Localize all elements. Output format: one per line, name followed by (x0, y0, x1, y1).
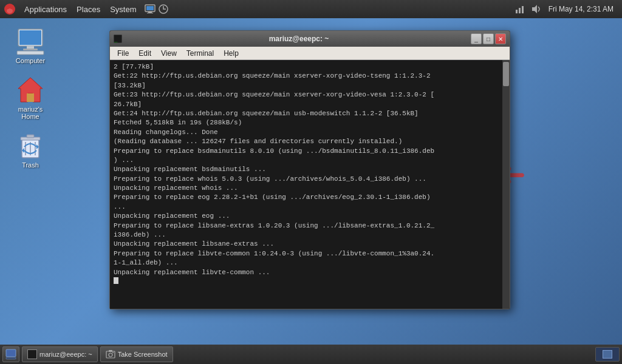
svg-point-1 (7, 8, 13, 13)
svg-rect-18 (17, 51, 44, 55)
terminal-window: _ mariuz@eeepc: ~ _ □ ✕ File Edit View T… (109, 30, 510, 309)
svg-rect-11 (519, 8, 521, 13)
svg-rect-24 (27, 135, 34, 138)
terminal-menubar: File Edit View Terminal Help (110, 47, 510, 60)
computer-icon[interactable]: Computer (6, 24, 55, 67)
svg-rect-6 (146, 6, 154, 10)
terminal-scrollbar[interactable] (502, 60, 510, 309)
network-icon (513, 2, 527, 16)
workspace-pager[interactable] (595, 347, 620, 362)
svg-rect-10 (516, 10, 518, 13)
trash-icon-img (16, 131, 45, 160)
terminal-text: 2 [77.7kB] Get:22 http://ftp.us.debian.o… (114, 62, 506, 277)
svg-marker-13 (532, 5, 537, 13)
panel-left: Applications Places System (0, 0, 513, 18)
panel-icon-1[interactable] (143, 2, 157, 16)
svg-rect-12 (522, 6, 524, 13)
workspace-1[interactable] (603, 350, 612, 359)
trash-icon[interactable]: Trash (6, 129, 55, 171)
places-menu[interactable]: Places (72, 0, 105, 18)
taskbar-terminal-button[interactable]: mariuz@eeepc: ~ (22, 346, 98, 362)
scrollbar-thumb[interactable] (503, 62, 509, 86)
svg-rect-8 (147, 13, 153, 13)
taskbar-right (595, 347, 620, 362)
computer-icon-img (16, 27, 45, 56)
terminal-cursor (114, 277, 118, 284)
svg-rect-32 (6, 349, 16, 357)
screenshot-label: Take Screenshot (118, 351, 168, 358)
top-panel: Applications Places System (0, 0, 622, 18)
svg-point-4 (9, 5, 11, 7)
view-menu[interactable]: View (156, 47, 182, 60)
maximize-button[interactable]: □ (483, 33, 494, 44)
camera-icon (106, 349, 115, 359)
svg-rect-36 (109, 350, 112, 352)
applications-menu[interactable]: Applications (19, 0, 72, 18)
trash-label: Trash (22, 161, 39, 169)
taskbar-terminal-label: mariuz@eeepc: ~ (39, 351, 92, 358)
clock: Fri May 14, 2:31 AM (545, 5, 617, 13)
edit-menu[interactable]: Edit (134, 47, 156, 60)
minimize-button[interactable]: _ (471, 33, 482, 44)
help-menu[interactable]: Help (219, 47, 244, 60)
terminal-controls: _ □ ✕ (471, 33, 506, 44)
svg-point-2 (7, 7, 9, 9)
desktop: Applications Places System (0, 0, 622, 364)
svg-rect-15 (19, 30, 41, 45)
svg-text:_: _ (114, 36, 118, 42)
close-button[interactable]: ✕ (495, 33, 506, 44)
svg-rect-17 (23, 49, 38, 50)
panel-right: Fri May 14, 2:31 AM (513, 2, 622, 16)
svg-point-3 (10, 7, 13, 9)
home-icon[interactable]: mariuz's Home (6, 73, 55, 123)
svg-rect-33 (6, 357, 16, 359)
terminal-titlebar: _ mariuz@eeepc: ~ _ □ ✕ (110, 31, 510, 47)
svg-rect-7 (148, 12, 152, 13)
computer-label: Computer (16, 57, 45, 64)
home-icon-img (16, 75, 45, 104)
svg-rect-20 (27, 93, 34, 102)
taskbar-show-desktop[interactable] (2, 346, 19, 362)
speaker-icon (529, 2, 542, 16)
terminal-title: mariuz@eeepc: ~ (127, 35, 471, 43)
gnome-icon (2, 2, 17, 16)
taskbar-screenshot-button[interactable]: Take Screenshot (100, 346, 173, 362)
svg-rect-16 (27, 46, 34, 49)
system-menu[interactable]: System (105, 0, 141, 18)
file-menu[interactable]: File (112, 47, 134, 60)
desktop-icons: Computer mariuz's Home (6, 24, 55, 171)
taskbar-terminal-icon (27, 349, 37, 359)
panel-icon-2[interactable] (157, 2, 170, 16)
taskbar: mariuz@eeepc: ~ Take Screenshot (0, 345, 622, 364)
terminal-menu[interactable]: Terminal (182, 47, 219, 60)
home-label: mariuz's Home (9, 106, 52, 120)
terminal-content[interactable]: 2 [77.7kB] Get:22 http://ftp.us.debian.o… (110, 60, 510, 309)
svg-point-35 (109, 353, 112, 357)
svg-point-37 (112, 352, 114, 353)
terminal-titlebar-icon: _ (114, 34, 123, 44)
